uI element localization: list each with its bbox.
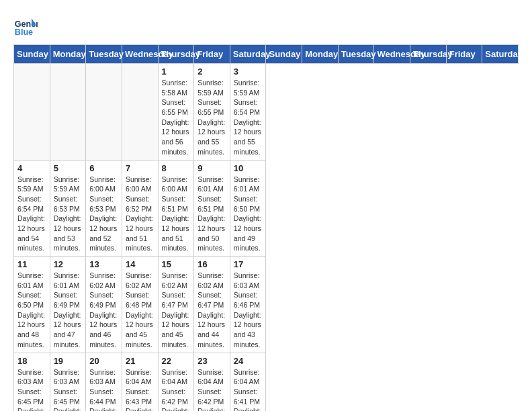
calendar-cell xyxy=(50,64,86,161)
calendar-cell: 24Sunrise: 6:04 AM Sunset: 6:41 PM Dayli… xyxy=(230,353,266,411)
day-info: Sunrise: 6:03 AM Sunset: 6:46 PM Dayligh… xyxy=(234,271,263,350)
calendar-cell: 6Sunrise: 6:00 AM Sunset: 6:53 PM Daylig… xyxy=(86,160,122,257)
day-info: Sunrise: 6:04 AM Sunset: 6:41 PM Dayligh… xyxy=(234,367,263,412)
day-number: 7 xyxy=(126,163,154,173)
day-info: Sunrise: 6:03 AM Sunset: 6:45 PM Dayligh… xyxy=(54,367,83,412)
day-number: 23 xyxy=(197,356,226,366)
calendar-cell: 21Sunrise: 6:04 AM Sunset: 6:43 PM Dayli… xyxy=(122,353,158,411)
weekday-header: Wednesday xyxy=(374,45,410,64)
day-number: 21 xyxy=(126,356,154,366)
day-info: Sunrise: 6:02 AM Sunset: 6:47 PM Dayligh… xyxy=(162,271,191,350)
weekday-header-saturday: Saturday xyxy=(230,45,266,64)
calendar-cell: 15Sunrise: 6:02 AM Sunset: 6:47 PM Dayli… xyxy=(158,257,194,353)
day-number: 19 xyxy=(54,356,83,366)
day-number: 24 xyxy=(234,356,263,366)
calendar-cell: 8Sunrise: 6:00 AM Sunset: 6:51 PM Daylig… xyxy=(158,160,194,257)
calendar-cell: 1Sunrise: 5:58 AM Sunset: 6:55 PM Daylig… xyxy=(158,64,194,161)
svg-text:Blue: Blue xyxy=(15,28,33,37)
day-info: Sunrise: 5:59 AM Sunset: 6:54 PM Dayligh… xyxy=(234,78,263,157)
calendar-cell: 13Sunrise: 6:02 AM Sunset: 6:49 PM Dayli… xyxy=(86,257,122,353)
day-number: 1 xyxy=(162,66,191,77)
day-number: 16 xyxy=(197,259,226,269)
calendar-cell: 23Sunrise: 6:04 AM Sunset: 6:42 PM Dayli… xyxy=(194,353,230,411)
weekday-header-monday: Monday xyxy=(50,45,86,64)
calendar-cell: 5Sunrise: 5:59 AM Sunset: 6:53 PM Daylig… xyxy=(50,160,86,257)
day-number: 11 xyxy=(17,259,46,269)
weekday-header: Friday xyxy=(446,45,482,64)
logo: General Blue xyxy=(13,13,40,38)
calendar-cell: 16Sunrise: 6:02 AM Sunset: 6:47 PM Dayli… xyxy=(194,257,230,353)
calendar-cell: 19Sunrise: 6:03 AM Sunset: 6:45 PM Dayli… xyxy=(50,353,86,411)
weekday-header: Saturday xyxy=(482,45,519,64)
day-info: Sunrise: 6:02 AM Sunset: 6:49 PM Dayligh… xyxy=(89,271,118,350)
calendar-cell xyxy=(122,64,158,161)
weekday-header-thursday: Thursday xyxy=(158,45,194,64)
day-number: 10 xyxy=(234,163,263,173)
day-info: Sunrise: 6:00 AM Sunset: 6:53 PM Dayligh… xyxy=(89,175,118,254)
weekday-header-friday: Friday xyxy=(194,45,230,64)
day-info: Sunrise: 6:01 AM Sunset: 6:50 PM Dayligh… xyxy=(17,271,46,350)
weekday-header: Tuesday xyxy=(338,45,374,64)
calendar-cell: 20Sunrise: 6:03 AM Sunset: 6:44 PM Dayli… xyxy=(86,353,122,411)
day-number: 3 xyxy=(234,66,263,77)
calendar-cell: 18Sunrise: 6:03 AM Sunset: 6:45 PM Dayli… xyxy=(14,353,50,411)
calendar-week-1: 1Sunrise: 5:58 AM Sunset: 6:55 PM Daylig… xyxy=(14,64,519,161)
calendar-cell: 3Sunrise: 5:59 AM Sunset: 6:54 PM Daylig… xyxy=(230,64,266,161)
day-info: Sunrise: 6:04 AM Sunset: 6:42 PM Dayligh… xyxy=(197,367,226,412)
day-info: Sunrise: 5:59 AM Sunset: 6:55 PM Dayligh… xyxy=(197,78,226,157)
calendar-cell: 7Sunrise: 6:00 AM Sunset: 6:52 PM Daylig… xyxy=(122,160,158,257)
day-number: 22 xyxy=(162,356,191,366)
calendar-header-row: SundayMondayTuesdayWednesdayThursdayFrid… xyxy=(14,45,519,64)
day-info: Sunrise: 6:02 AM Sunset: 6:47 PM Dayligh… xyxy=(197,271,226,350)
day-number: 4 xyxy=(17,163,46,173)
day-number: 17 xyxy=(234,259,263,269)
calendar-cell: 11Sunrise: 6:01 AM Sunset: 6:50 PM Dayli… xyxy=(14,257,50,353)
day-info: Sunrise: 6:03 AM Sunset: 6:44 PM Dayligh… xyxy=(89,367,118,412)
day-number: 12 xyxy=(54,259,83,269)
day-number: 14 xyxy=(126,259,154,269)
day-number: 8 xyxy=(162,163,191,173)
calendar-cell: 12Sunrise: 6:01 AM Sunset: 6:49 PM Dayli… xyxy=(50,257,86,353)
calendar-cell: 4Sunrise: 5:59 AM Sunset: 6:54 PM Daylig… xyxy=(14,160,50,257)
weekday-header-wednesday: Wednesday xyxy=(122,45,158,64)
calendar-cell: 17Sunrise: 6:03 AM Sunset: 6:46 PM Dayli… xyxy=(230,257,266,353)
day-number: 20 xyxy=(89,356,118,366)
day-info: Sunrise: 5:59 AM Sunset: 6:53 PM Dayligh… xyxy=(54,175,83,254)
day-info: Sunrise: 6:04 AM Sunset: 6:43 PM Dayligh… xyxy=(126,367,154,412)
calendar-cell xyxy=(14,64,50,161)
day-number: 5 xyxy=(54,163,83,173)
calendar-week-4: 18Sunrise: 6:03 AM Sunset: 6:45 PM Dayli… xyxy=(14,353,519,411)
weekday-header: Sunday xyxy=(266,45,302,64)
weekday-header-sunday: Sunday xyxy=(14,45,50,64)
day-info: Sunrise: 6:02 AM Sunset: 6:48 PM Dayligh… xyxy=(126,271,154,350)
day-number: 2 xyxy=(197,66,226,77)
weekday-header: Monday xyxy=(302,45,339,64)
weekday-header-tuesday: Tuesday xyxy=(86,45,122,64)
day-info: Sunrise: 6:00 AM Sunset: 6:52 PM Dayligh… xyxy=(126,175,154,254)
calendar-cell: 14Sunrise: 6:02 AM Sunset: 6:48 PM Dayli… xyxy=(122,257,158,353)
day-number: 18 xyxy=(17,356,46,366)
day-info: Sunrise: 6:00 AM Sunset: 6:51 PM Dayligh… xyxy=(162,175,191,254)
calendar-cell: 22Sunrise: 6:04 AM Sunset: 6:42 PM Dayli… xyxy=(158,353,194,411)
day-info: Sunrise: 6:03 AM Sunset: 6:45 PM Dayligh… xyxy=(17,367,46,412)
logo-icon: General Blue xyxy=(13,13,38,38)
day-number: 6 xyxy=(89,163,118,173)
day-info: Sunrise: 5:59 AM Sunset: 6:54 PM Dayligh… xyxy=(17,175,46,254)
calendar-table: SundayMondayTuesdayWednesdayThursdayFrid… xyxy=(13,44,519,411)
day-number: 15 xyxy=(162,259,191,269)
calendar-cell xyxy=(86,64,122,161)
day-info: Sunrise: 6:01 AM Sunset: 6:49 PM Dayligh… xyxy=(54,271,83,350)
calendar-cell: 10Sunrise: 6:01 AM Sunset: 6:50 PM Dayli… xyxy=(230,160,266,257)
calendar-week-2: 4Sunrise: 5:59 AM Sunset: 6:54 PM Daylig… xyxy=(14,160,519,257)
day-number: 9 xyxy=(197,163,226,173)
day-number: 13 xyxy=(89,259,118,269)
day-info: Sunrise: 6:01 AM Sunset: 6:50 PM Dayligh… xyxy=(234,175,263,254)
day-info: Sunrise: 5:58 AM Sunset: 6:55 PM Dayligh… xyxy=(162,78,191,157)
calendar-cell: 9Sunrise: 6:01 AM Sunset: 6:51 PM Daylig… xyxy=(194,160,230,257)
weekday-header: Thursday xyxy=(410,45,447,64)
calendar-week-3: 11Sunrise: 6:01 AM Sunset: 6:50 PM Dayli… xyxy=(14,257,519,353)
calendar-cell: 2Sunrise: 5:59 AM Sunset: 6:55 PM Daylig… xyxy=(194,64,230,161)
day-info: Sunrise: 6:01 AM Sunset: 6:51 PM Dayligh… xyxy=(197,175,226,254)
day-info: Sunrise: 6:04 AM Sunset: 6:42 PM Dayligh… xyxy=(162,367,191,412)
page-header: General Blue xyxy=(13,13,519,38)
